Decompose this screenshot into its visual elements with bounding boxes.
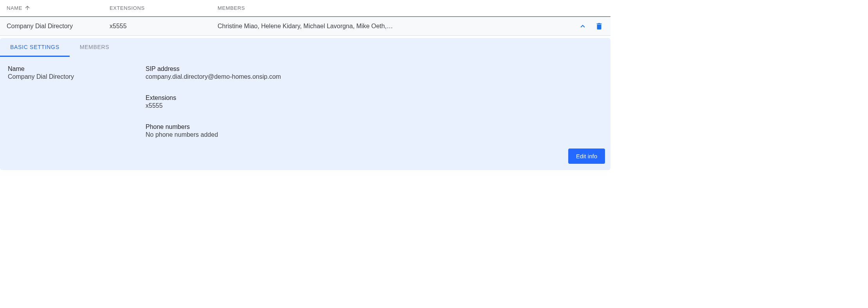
tabs: BASIC SETTINGS MEMBERS [0,38,610,57]
label-phone-numbers: Phone numbers [146,123,603,130]
detail-panel: BASIC SETTINGS MEMBERS Name Company Dial… [0,38,610,170]
column-header-members-label: MEMBERS [218,5,245,11]
value-extensions: x5555 [146,102,603,109]
trash-icon [595,22,603,31]
directory-table: NAME EXTENSIONS MEMBERS Company Dial Dir… [0,0,610,170]
edit-info-button[interactable]: Edit info [568,149,605,164]
value-phone-numbers: No phone numbers added [146,131,603,138]
label-sip-address: SIP address [146,65,603,72]
column-header-extensions[interactable]: EXTENSIONS [110,5,218,11]
tab-members[interactable]: MEMBERS [70,38,120,57]
cell-name: Company Dial Directory [0,23,110,30]
label-name: Name [8,65,146,72]
collapse-row-button[interactable] [577,20,589,32]
value-name: Company Dial Directory [8,73,146,80]
column-header-members[interactable]: MEMBERS [218,5,575,11]
column-header-name-label: NAME [7,5,22,11]
tab-basic-settings[interactable]: BASIC SETTINGS [0,38,70,57]
cell-extensions: x5555 [110,23,218,30]
value-sip-address: company.dial.directory@demo-homes.onsip.… [146,73,603,80]
column-header-extensions-label: EXTENSIONS [110,5,145,11]
chevron-up-icon [578,22,587,31]
field-sip-address: SIP address company.dial.directory@demo-… [146,65,603,80]
label-extensions: Extensions [146,94,603,101]
field-extensions: Extensions x5555 [146,94,603,109]
field-name: Name Company Dial Directory [8,65,146,80]
sort-ascending-icon [24,5,31,11]
field-phone-numbers: Phone numbers No phone numbers added [146,123,603,138]
table-row[interactable]: Company Dial Directory x5555 Christine M… [0,17,610,36]
delete-row-button[interactable] [593,20,605,32]
detail-body: Name Company Dial Directory SIP address … [0,57,610,152]
column-header-name[interactable]: NAME [0,5,110,11]
table-header-row: NAME EXTENSIONS MEMBERS [0,0,610,17]
cell-members: Christine Miao, Helene Kidary, Michael L… [218,23,575,30]
